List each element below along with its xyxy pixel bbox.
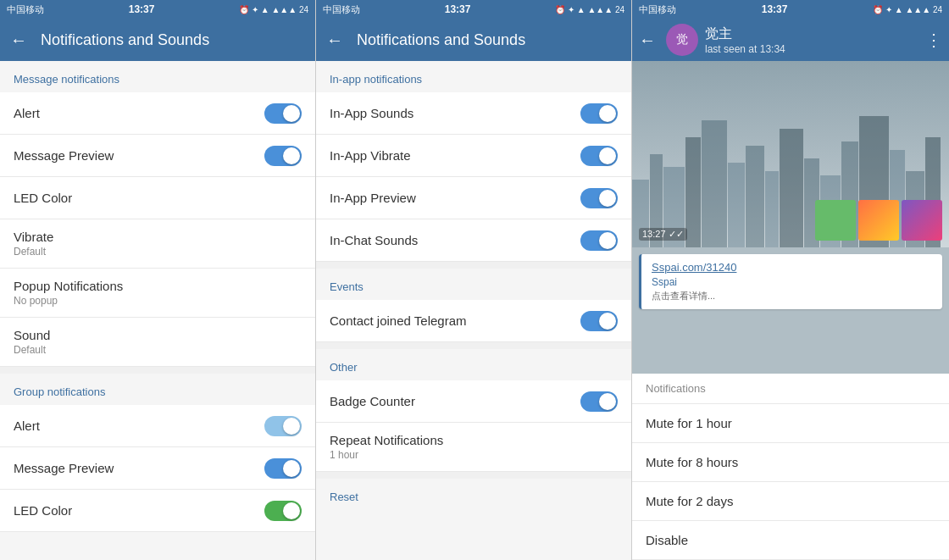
setting-repeat-notifications[interactable]: Repeat Notifications 1 hour xyxy=(316,423,631,472)
setting-label: Badge Counter xyxy=(330,394,415,408)
settings-scroll-1[interactable]: Message notifications Alert Message Prev… xyxy=(0,61,315,560)
setting-inapp-sounds[interactable]: In-App Sounds xyxy=(316,92,631,135)
disable-notifications[interactable]: Disable xyxy=(632,521,949,560)
setting-label: In-Chat Sounds xyxy=(330,233,418,247)
section-header-message: Message notifications xyxy=(0,61,315,92)
back-button-1[interactable]: ← xyxy=(10,30,27,50)
section-divider xyxy=(316,262,631,269)
app-bar-1: ← Notifications and Sounds xyxy=(0,19,315,61)
mute-8hours[interactable]: Mute for 8 hours xyxy=(632,443,949,482)
chat-background: 13:27 ✓✓ Sspai.com/31240 Sspai 点击查看详情... xyxy=(632,61,949,374)
toggle-group-preview[interactable] xyxy=(264,458,302,479)
setting-led-color[interactable]: LED Color xyxy=(0,177,315,219)
setting-badge-counter[interactable]: Badge Counter xyxy=(316,380,631,423)
back-button-3[interactable]: ← xyxy=(635,27,659,53)
app-bar-2: ← Notifications and Sounds xyxy=(316,19,631,61)
setting-label: Alert xyxy=(14,419,40,433)
setting-inchat-sounds[interactable]: In-Chat Sounds xyxy=(316,219,631,262)
building-9 xyxy=(780,129,803,247)
carrier-3: 中国移动 xyxy=(639,3,676,16)
notification-dropdown: Notifications Mute for 1 hour Mute for 8… xyxy=(632,374,949,560)
link-preview-text: 点击查看详情... xyxy=(652,290,932,302)
setting-inapp-vibrate[interactable]: In-App Vibrate xyxy=(316,135,631,177)
chat-cityscape-image: 13:27 ✓✓ xyxy=(632,61,949,247)
building-7 xyxy=(746,146,764,247)
chat-avatar: 觉 xyxy=(666,24,698,56)
status-bar-2: 中国移动 13:37 ⏰ ✦ ▲ ▲▲▲ 24 xyxy=(316,0,631,19)
thumb-3 xyxy=(902,200,942,241)
setting-sublabel: No popup xyxy=(14,295,123,307)
setting-sublabel: 1 hour xyxy=(330,449,443,461)
setting-label: Popup Notifications xyxy=(14,279,123,293)
setting-sound[interactable]: Sound Default xyxy=(0,318,315,367)
chat-menu-button[interactable]: ⋮ xyxy=(925,30,942,50)
section-header-events: Events xyxy=(316,269,631,300)
setting-group-alert[interactable]: Alert xyxy=(0,405,315,447)
dropdown-header: Notifications xyxy=(632,374,949,404)
status-icons-2: ⏰ ✦ ▲ ▲▲▲ 24 xyxy=(555,5,624,14)
toggle-message-preview[interactable] xyxy=(264,146,302,166)
toggle-alert[interactable] xyxy=(264,103,302,124)
carrier-1: 中国移动 xyxy=(7,3,44,16)
mute-1hour[interactable]: Mute for 1 hour xyxy=(632,404,949,443)
setting-label: Sound xyxy=(14,328,50,342)
time-2: 13:37 xyxy=(445,3,471,15)
setting-label: In-App Sounds xyxy=(330,106,413,120)
back-button-2[interactable]: ← xyxy=(326,30,343,50)
building-5 xyxy=(702,120,727,247)
link-url[interactable]: Sspai.com/31240 xyxy=(652,261,932,274)
section-divider xyxy=(0,367,315,374)
screen-title-2: Notifications and Sounds xyxy=(357,31,525,49)
setting-alert[interactable]: Alert xyxy=(0,92,315,135)
chat-name: 觉主 xyxy=(705,25,918,43)
thumb-1 xyxy=(815,200,856,241)
toggle-group-led[interactable] xyxy=(264,501,302,521)
section-header-group: Group notifications xyxy=(0,374,315,405)
toggle-badge-counter[interactable] xyxy=(580,391,618,412)
toggle-inapp-preview[interactable] xyxy=(580,188,618,208)
status-bar-3: 中国移动 13:37 ⏰ ✦ ▲ ▲▲▲ 24 xyxy=(632,0,949,19)
panel-3: 中国移动 13:37 ⏰ ✦ ▲ ▲▲▲ 24 ← 觉 觉主 last seen… xyxy=(632,0,949,560)
toggle-inapp-vibrate[interactable] xyxy=(580,146,618,166)
setting-label: In-App Vibrate xyxy=(330,148,411,163)
building-8 xyxy=(765,171,779,247)
section-header-reset[interactable]: Reset xyxy=(316,479,631,510)
setting-label: Contact joined Telegram xyxy=(330,313,466,328)
setting-message-preview[interactable]: Message Preview xyxy=(0,135,315,177)
toggle-contact-joined[interactable] xyxy=(580,311,618,331)
setting-inapp-preview[interactable]: In-App Preview xyxy=(316,177,631,219)
toggle-inchat-sounds[interactable] xyxy=(580,230,618,251)
building-6 xyxy=(728,163,745,247)
setting-label: Message Preview xyxy=(14,461,114,475)
time-3: 13:37 xyxy=(762,3,788,15)
setting-sublabel: Default xyxy=(14,246,53,258)
status-bar-1: 中国移动 13:37 ⏰ ✦ ▲ ▲▲▲ 24 xyxy=(0,0,315,19)
setting-group-led[interactable]: LED Color xyxy=(0,490,315,532)
chat-link-preview: Sspai.com/31240 Sspai 点击查看详情... xyxy=(639,254,942,309)
panel-1: 中国移动 13:37 ⏰ ✦ ▲ ▲▲▲ 24 ← Notifications … xyxy=(0,0,316,560)
settings-scroll-2[interactable]: In-app notifications In-App Sounds In-Ap… xyxy=(316,61,631,560)
section-divider xyxy=(316,472,631,479)
status-icons-1: ⏰ ✦ ▲ ▲▲▲ 24 xyxy=(239,5,308,14)
setting-vibrate[interactable]: Vibrate Default xyxy=(0,219,315,269)
setting-label: In-App Preview xyxy=(330,191,416,205)
section-header-inapp: In-app notifications xyxy=(316,61,631,92)
mute-2days[interactable]: Mute for 2 days xyxy=(632,482,949,521)
setting-label: Alert xyxy=(14,106,40,120)
setting-popup[interactable]: Popup Notifications No popup xyxy=(0,269,315,318)
building-4 xyxy=(685,137,701,247)
chat-lastseen: last seen at 13:34 xyxy=(705,43,918,55)
setting-label: Message Preview xyxy=(14,148,114,163)
toggle-group-alert[interactable] xyxy=(264,416,302,436)
setting-label: Vibrate xyxy=(14,230,53,244)
message-time: 13:27 ✓✓ xyxy=(639,228,687,241)
setting-label: LED Color xyxy=(14,191,72,205)
thumbnail-row xyxy=(815,200,942,241)
setting-contact-joined[interactable]: Contact joined Telegram xyxy=(316,300,631,342)
setting-label: Repeat Notifications xyxy=(330,433,443,447)
thumb-2 xyxy=(858,200,899,241)
status-icons-3: ⏰ ✦ ▲ ▲▲▲ 24 xyxy=(873,5,942,14)
toggle-inapp-sounds[interactable] xyxy=(580,103,618,124)
setting-group-preview[interactable]: Message Preview xyxy=(0,447,315,490)
carrier-2: 中国移动 xyxy=(323,3,360,16)
